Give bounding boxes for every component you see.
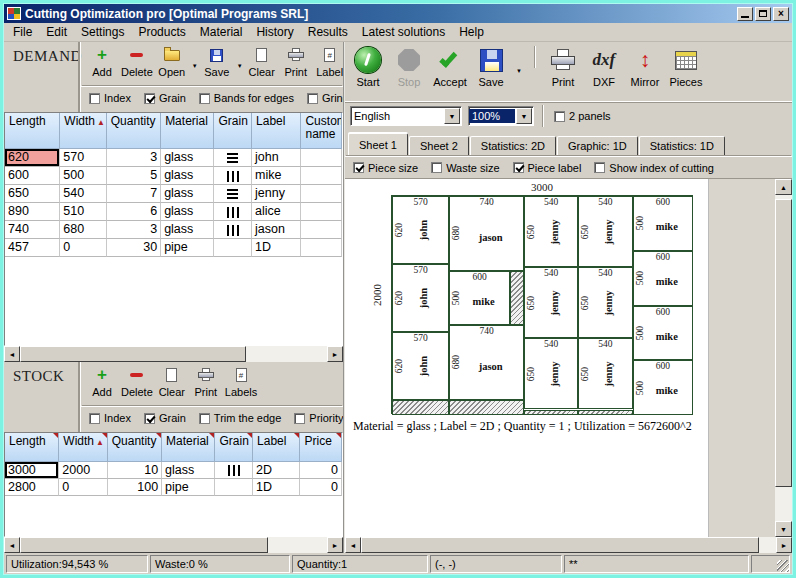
tab-statistics-2d[interactable]: Statistics: 2D: [470, 136, 556, 156]
add-button[interactable]: +Add: [87, 45, 117, 78]
scroll-right-icon[interactable]: ►: [776, 537, 792, 553]
scroll-left-icon[interactable]: ◄: [4, 346, 20, 362]
tab-statistics-1d[interactable]: Statistics: 1D: [639, 136, 725, 156]
checkbox-index[interactable]: Index: [89, 412, 131, 424]
close-button[interactable]: ×: [773, 7, 789, 21]
clear-button[interactable]: Clear: [247, 45, 277, 78]
checkbox-grain[interactable]: Grain: [144, 412, 186, 424]
cell-grain[interactable]: [214, 221, 252, 239]
clear-button[interactable]: Clear: [157, 365, 187, 398]
cell-material[interactable]: glass: [161, 221, 214, 239]
cell-price[interactable]: 0: [300, 462, 342, 479]
scrollbar-thumb[interactable]: [775, 199, 792, 487]
menu-item-products[interactable]: Products: [131, 23, 192, 41]
cell-width[interactable]: 500: [60, 167, 106, 185]
cell-grain[interactable]: [214, 239, 252, 257]
menu-item-latest-solutions[interactable]: Latest solutions: [355, 23, 452, 41]
scroll-left-icon[interactable]: ◄: [4, 537, 20, 553]
cell-label[interactable]: mike: [252, 167, 301, 185]
cell-width[interactable]: 570: [60, 149, 106, 167]
cell-quantity[interactable]: 7: [107, 185, 161, 203]
dropdown-arrow-icon[interactable]: ▼: [237, 63, 243, 69]
checkbox-trim-the-edge[interactable]: Trim the edge: [199, 412, 281, 424]
cell-quantity[interactable]: 10: [108, 462, 162, 479]
column-header-grain[interactable]: Grain: [214, 113, 252, 149]
dxf-button[interactable]: dxfDXF: [587, 46, 621, 88]
cell-label[interactable]: 1D: [252, 239, 301, 257]
cell-grain[interactable]: [214, 149, 252, 167]
chevron-down-icon[interactable]: ▼: [444, 108, 460, 124]
cell-material[interactable]: glass: [161, 185, 214, 203]
cell-length[interactable]: 620: [5, 149, 60, 167]
cell-material[interactable]: pipe: [162, 479, 215, 496]
drawing-horizontal-scrollbar[interactable]: ◄►: [345, 537, 792, 553]
checkbox-piece-size[interactable]: Piece size: [353, 162, 418, 174]
delete-button[interactable]: Delete: [121, 365, 153, 398]
dropdown-arrow-icon[interactable]: ▼: [192, 63, 198, 69]
checkbox-grinding[interactable]: Grinding: [307, 92, 343, 104]
cell-quantity[interactable]: 5: [107, 167, 161, 185]
cell-customer[interactable]: [301, 203, 342, 221]
cell-grain[interactable]: [214, 167, 252, 185]
scroll-down-icon[interactable]: ▼: [775, 521, 792, 537]
cell-label[interactable]: jason: [252, 221, 301, 239]
accept-button[interactable]: Accept: [433, 46, 467, 88]
drawing-vertical-scrollbar[interactable]: ▲▼: [775, 179, 792, 537]
cell-width[interactable]: 0: [59, 479, 107, 496]
cell-length[interactable]: 457: [5, 239, 60, 257]
save-button[interactable]: Save: [202, 45, 232, 78]
cell-customer[interactable]: [301, 149, 342, 167]
cell-price[interactable]: 0: [300, 479, 342, 496]
column-header-label[interactable]: Label: [253, 433, 300, 462]
cell-label[interactable]: alice: [252, 203, 301, 221]
demand-horizontal-scrollbar[interactable]: ◄►: [4, 346, 343, 362]
cell-grain[interactable]: [214, 185, 252, 203]
cell-grain[interactable]: [214, 203, 252, 221]
pieces-button[interactable]: Pieces: [669, 46, 703, 88]
column-header-length[interactable]: Length: [5, 113, 60, 149]
print-button[interactable]: Print: [546, 46, 580, 88]
menu-item-history[interactable]: History: [249, 23, 300, 41]
maximize-button[interactable]: [755, 7, 771, 21]
scroll-left-icon[interactable]: ◄: [345, 537, 361, 553]
add-button[interactable]: +Add: [87, 365, 117, 398]
cell-label[interactable]: john: [252, 149, 301, 167]
cell-material[interactable]: glass: [161, 167, 214, 185]
stock-horizontal-scrollbar[interactable]: ◄►: [4, 537, 343, 553]
checkbox-priority[interactable]: Priority: [294, 412, 343, 424]
open-button[interactable]: Open: [157, 45, 187, 78]
cell-width[interactable]: 2000: [59, 462, 107, 479]
tab-graphic-1d[interactable]: Graphic: 1D: [557, 136, 638, 156]
checkbox-show-index-of-cutting[interactable]: Show index of cutting: [594, 162, 714, 174]
column-header-label[interactable]: Label: [252, 113, 301, 149]
tab-sheet-2[interactable]: Sheet 2: [409, 136, 469, 156]
cell-label[interactable]: 2D: [253, 462, 300, 479]
cell-quantity[interactable]: 3: [107, 149, 161, 167]
zoom-combobox[interactable]: 100% ▼: [468, 106, 534, 126]
cell-quantity[interactable]: 100: [108, 479, 162, 496]
column-header-width[interactable]: Width▲: [60, 113, 106, 149]
checkbox-waste-size[interactable]: Waste size: [431, 162, 499, 174]
column-header-quantity[interactable]: Quantity: [107, 113, 161, 149]
cell-material[interactable]: glass: [162, 462, 215, 479]
cell-label[interactable]: 1D: [253, 479, 300, 496]
resize-grip[interactable]: [777, 560, 789, 572]
cell-grain[interactable]: [215, 479, 253, 496]
labels-button[interactable]: #Labels: [225, 365, 257, 398]
menu-item-settings[interactable]: Settings: [74, 23, 131, 41]
checkbox-index[interactable]: Index: [89, 92, 131, 104]
scroll-right-icon[interactable]: ►: [327, 537, 343, 553]
cell-customer[interactable]: [301, 167, 342, 185]
cell-length[interactable]: 2800: [5, 479, 59, 496]
cell-customer[interactable]: [301, 221, 342, 239]
cell-label[interactable]: jenny: [252, 185, 301, 203]
menu-item-material[interactable]: Material: [193, 23, 250, 41]
cell-material[interactable]: pipe: [161, 239, 214, 257]
cell-length[interactable]: 3000: [5, 462, 59, 479]
menu-item-results[interactable]: Results: [301, 23, 355, 41]
delete-button[interactable]: Delete: [121, 45, 153, 78]
cell-length[interactable]: 650: [5, 185, 60, 203]
cell-quantity[interactable]: 3: [107, 221, 161, 239]
cell-width[interactable]: 680: [60, 221, 106, 239]
cell-length[interactable]: 890: [5, 203, 60, 221]
